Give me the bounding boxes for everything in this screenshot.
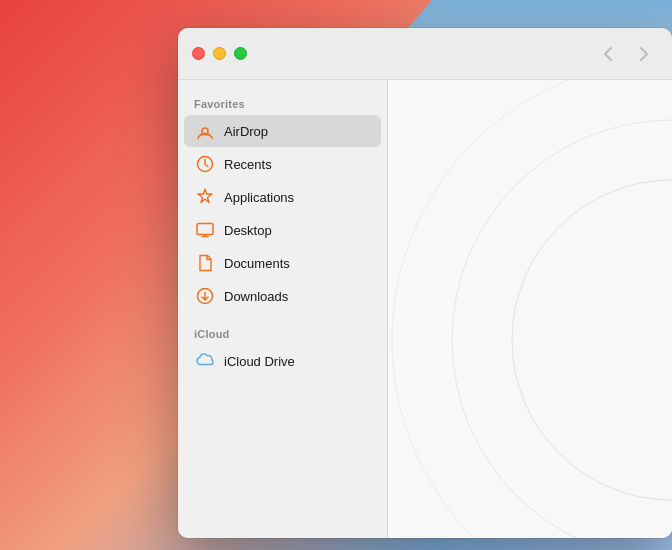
applications-icon xyxy=(194,186,216,208)
recents-icon xyxy=(194,153,216,175)
desktop-icon xyxy=(194,219,216,241)
svg-rect-6 xyxy=(388,80,672,538)
svg-rect-2 xyxy=(197,224,213,235)
sidebar-item-applications[interactable]: Applications xyxy=(184,181,381,213)
close-button[interactable] xyxy=(192,47,205,60)
back-button[interactable] xyxy=(594,40,622,68)
finder-window: Favorites AirDrop xyxy=(178,28,672,538)
sidebar-item-desktop[interactable]: Desktop xyxy=(184,214,381,246)
sidebar: Favorites AirDrop xyxy=(178,80,388,538)
recents-label: Recents xyxy=(224,157,272,172)
forward-button[interactable] xyxy=(630,40,658,68)
airdrop-icon xyxy=(194,120,216,142)
icloud-section-label: iCloud xyxy=(178,322,387,344)
main-area xyxy=(388,80,672,538)
sidebar-item-documents[interactable]: Documents xyxy=(184,247,381,279)
sidebar-item-downloads[interactable]: Downloads xyxy=(184,280,381,312)
favorites-section-label: Favorites xyxy=(178,92,387,114)
nav-arrows xyxy=(594,28,658,80)
sidebar-item-icloud-drive[interactable]: iCloud Drive xyxy=(184,345,381,377)
documents-label: Documents xyxy=(224,256,290,271)
background-curves xyxy=(388,80,672,538)
minimize-button[interactable] xyxy=(213,47,226,60)
desktop-label: Desktop xyxy=(224,223,272,238)
applications-label: Applications xyxy=(224,190,294,205)
maximize-button[interactable] xyxy=(234,47,247,60)
traffic-lights xyxy=(192,47,247,60)
downloads-icon xyxy=(194,285,216,307)
icloud-drive-label: iCloud Drive xyxy=(224,354,295,369)
title-bar xyxy=(178,28,672,80)
airdrop-label: AirDrop xyxy=(224,124,268,139)
documents-icon xyxy=(194,252,216,274)
downloads-label: Downloads xyxy=(224,289,288,304)
sidebar-item-recents[interactable]: Recents xyxy=(184,148,381,180)
sidebar-item-airdrop[interactable]: AirDrop xyxy=(184,115,381,147)
icloud-icon xyxy=(194,350,216,372)
window-content: Favorites AirDrop xyxy=(178,80,672,538)
